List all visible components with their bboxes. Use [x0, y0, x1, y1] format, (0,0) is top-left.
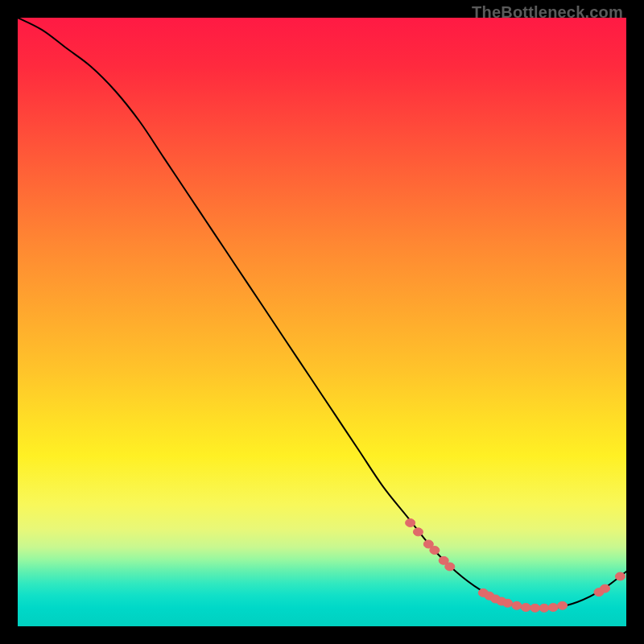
plot-area — [18, 18, 626, 626]
data-marker — [445, 563, 455, 571]
data-marker — [503, 599, 513, 607]
data-marker — [601, 584, 610, 592]
data-marker — [558, 601, 568, 609]
bottleneck-curve — [18, 18, 626, 609]
chart-frame: TheBottleneck.com — [0, 0, 644, 644]
data-marker — [539, 604, 549, 612]
data-marker — [548, 604, 558, 612]
data-marker — [521, 604, 530, 612]
data-marker — [512, 601, 522, 609]
data-marker — [615, 572, 625, 580]
data-marker — [406, 518, 415, 526]
data-marker — [413, 528, 423, 536]
data-marker — [430, 547, 440, 555]
data-marker — [530, 604, 540, 612]
marker-group — [406, 518, 625, 612]
curve-svg — [18, 18, 626, 626]
